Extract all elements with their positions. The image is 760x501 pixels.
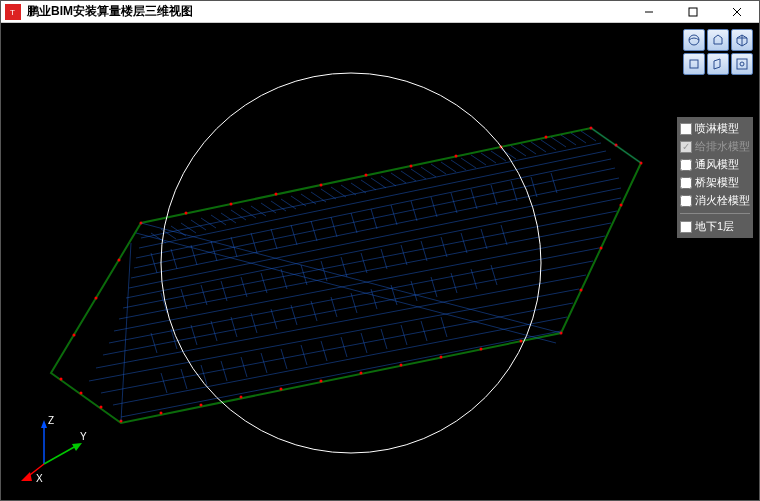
svg-line-75 [451,160,466,170]
checkbox-icon[interactable]: ✓ [680,221,692,233]
checkbox-icon[interactable] [680,159,692,171]
svg-text:T: T [10,8,15,17]
checkbox-icon[interactable]: ✓ [680,123,692,135]
svg-line-81 [511,146,526,156]
svg-line-119 [411,201,417,221]
layer-item-hydrant[interactable]: 消火栓模型 [680,193,750,208]
svg-line-124 [511,181,517,201]
close-button[interactable] [715,1,759,22]
svg-line-42 [136,233,556,343]
svg-point-18 [440,356,443,359]
svg-line-141 [441,237,447,257]
svg-marker-184 [41,420,47,428]
svg-line-70 [401,171,416,181]
minimize-button[interactable] [627,1,671,22]
svg-point-22 [580,289,583,292]
svg-point-9 [100,406,103,409]
svg-line-72 [421,167,436,177]
layer-label: 桥架模型 [695,175,739,190]
svg-point-11 [160,412,163,415]
svg-line-41 [141,223,561,333]
svg-line-147 [191,325,197,345]
svg-line-92 [134,168,615,268]
svg-point-8 [80,392,83,395]
svg-line-78 [481,153,496,163]
svg-line-144 [501,225,507,245]
svg-line-74 [441,162,456,172]
svg-line-142 [461,233,467,253]
tool-view-side[interactable] [707,53,729,75]
svg-line-155 [351,293,357,313]
svg-line-67 [371,178,386,188]
svg-line-135 [321,261,327,281]
svg-line-125 [531,177,537,197]
svg-point-16 [360,372,363,375]
svg-point-40 [73,334,76,337]
svg-line-101 [96,275,586,368]
svg-point-34 [275,193,278,196]
svg-point-15 [320,380,323,383]
svg-line-68 [381,176,396,186]
svg-line-83 [531,142,546,152]
svg-line-169 [281,349,287,369]
svg-point-39 [95,297,98,300]
svg-line-148 [211,321,217,341]
svg-line-65 [351,183,366,193]
svg-line-130 [221,281,227,301]
window-title: 鹏业BIM安装算量楼层三维视图 [25,3,627,20]
svg-point-35 [230,203,233,206]
svg-line-118 [391,205,397,225]
svg-rect-181 [737,59,747,69]
svg-line-165 [201,365,207,385]
viewport-3d[interactable]: ✓ 喷淋模型 ✓ 给排水模型 通风模型 桥架模型 消火栓模型 ✓ [1,23,759,500]
svg-line-129 [201,285,207,305]
svg-line-112 [271,229,277,249]
svg-line-76 [461,158,476,168]
svg-line-102 [89,289,579,381]
svg-line-151 [271,309,277,329]
svg-point-32 [365,174,368,177]
axes-gizmo: Z Y X [19,414,89,484]
svg-point-31 [410,165,413,168]
tool-fit[interactable] [731,53,753,75]
layer-item-ventilation[interactable]: 通风模型 [680,157,750,172]
svg-line-62 [321,189,336,199]
svg-line-96 [123,211,617,308]
svg-line-98 [114,236,605,331]
svg-line-120 [431,197,437,217]
checkbox-icon[interactable] [680,177,692,189]
floor-item-b1[interactable]: ✓ 地下1层 [680,219,750,234]
svg-line-106 [151,253,157,273]
svg-line-126 [551,173,557,193]
svg-line-164 [181,369,187,389]
svg-line-77 [471,155,486,165]
svg-line-52 [221,213,236,223]
svg-line-123 [491,185,497,205]
svg-line-122 [471,189,477,209]
svg-line-154 [331,297,337,317]
svg-line-93 [131,178,619,278]
svg-line-152 [291,305,297,325]
svg-line-105 [121,331,561,417]
svg-rect-180 [690,60,698,68]
svg-point-179 [689,35,699,45]
svg-line-143 [481,229,487,249]
svg-line-79 [491,151,506,161]
maximize-button[interactable] [671,1,715,22]
layer-item-tray[interactable]: 桥架模型 [680,175,750,190]
svg-rect-3 [689,8,697,16]
layer-item-sprinkler[interactable]: ✓ 喷淋模型 [680,121,750,136]
svg-line-153 [311,301,317,321]
tool-view-iso[interactable] [731,29,753,51]
layer-label: 消火栓模型 [695,193,750,208]
svg-line-174 [381,329,387,349]
svg-point-30 [455,155,458,158]
checkbox-icon[interactable] [680,195,692,207]
svg-line-167 [241,357,247,377]
svg-line-47 [171,226,186,236]
tool-view-top[interactable] [707,29,729,51]
tool-orbit[interactable] [683,29,705,51]
tool-view-front[interactable] [683,53,705,75]
floor-label: 地下1层 [695,219,734,234]
svg-point-13 [240,396,243,399]
